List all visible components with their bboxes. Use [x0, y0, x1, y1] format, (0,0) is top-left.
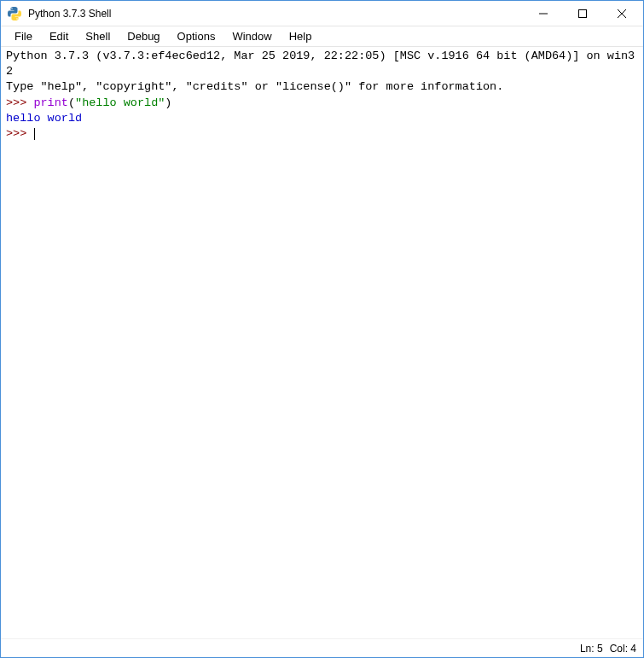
python-icon [8, 7, 21, 20]
text-cursor [34, 128, 35, 140]
maximize-button[interactable] [563, 1, 602, 26]
window-controls [524, 1, 641, 26]
banner-line-2: Type "help", "copyright", "credits" or "… [6, 80, 503, 93]
menu-window[interactable]: Window [223, 28, 280, 44]
shell-text-area[interactable]: Python 3.7.3 (v3.7.3:ef4ec6ed12, Mar 25 … [1, 47, 643, 638]
input-call: print [33, 96, 68, 109]
close-button[interactable] [602, 1, 641, 26]
menu-file[interactable]: File [6, 28, 41, 44]
output-line: hello world [6, 112, 82, 125]
status-col: Col: 4 [610, 643, 636, 655]
title-bar: Python 3.7.3 Shell [1, 1, 643, 26]
prompt-current: >>> [6, 127, 33, 140]
menu-help[interactable]: Help [281, 28, 321, 44]
menu-debug[interactable]: Debug [119, 28, 168, 44]
paren-close: ) [165, 96, 171, 109]
input-string: "hello world" [75, 96, 165, 109]
paren-open: ( [68, 96, 75, 109]
menu-edit[interactable]: Edit [41, 28, 77, 44]
menu-shell[interactable]: Shell [77, 28, 119, 44]
status-bar: Ln: 5 Col: 4 [1, 638, 643, 657]
window-title: Python 3.7.3 Shell [26, 8, 524, 20]
svg-rect-1 [579, 10, 587, 18]
status-line: Ln: 5 [580, 643, 603, 655]
minimize-button[interactable] [524, 1, 563, 26]
menu-options[interactable]: Options [169, 28, 224, 44]
prompt: >>> [6, 96, 33, 109]
menu-bar: File Edit Shell Debug Options Window Hel… [1, 26, 643, 47]
banner-line-1: Python 3.7.3 (v3.7.3:ef4ec6ed12, Mar 25 … [6, 49, 635, 78]
